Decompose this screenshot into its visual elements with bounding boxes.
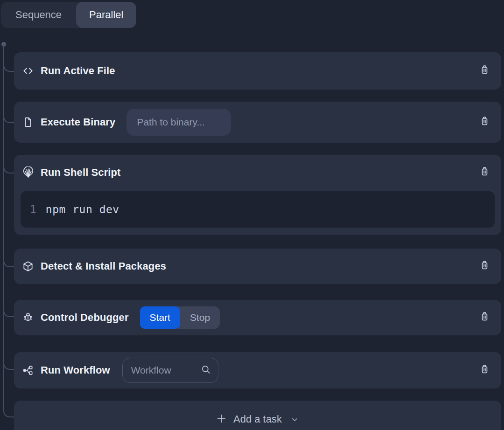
delete-task-button[interactable] (477, 164, 492, 181)
code-line-number: 1 (30, 203, 36, 215)
tree-connector (3, 61, 15, 72)
task-title: Run Shell Script (41, 166, 121, 179)
delete-task-button[interactable] (477, 62, 492, 79)
delete-task-button[interactable] (477, 258, 492, 275)
chevron-down-icon (290, 415, 299, 424)
debugger-start-stop-toggle: Start Stop (140, 306, 220, 329)
delete-task-button[interactable] (477, 114, 492, 131)
task-card-run-active-file: Run Active File (14, 52, 501, 90)
debugger-stop-button[interactable]: Stop (180, 306, 220, 329)
task-card-execute-binary: Execute Binary (14, 102, 501, 143)
task-title: Run Active File (41, 65, 115, 77)
tree-trunk-line (3, 44, 4, 406)
tree-connector (3, 162, 15, 173)
tree-connector (3, 112, 15, 123)
task-title: Run Workflow (41, 364, 110, 376)
delete-task-button[interactable] (477, 362, 492, 379)
trash-icon (478, 363, 491, 378)
task-title: Control Debugger (41, 312, 129, 324)
trash-icon (478, 63, 491, 78)
trash-icon (478, 310, 491, 325)
debugger-start-button[interactable]: Start (140, 306, 180, 329)
shell-icon (21, 166, 35, 179)
tree-connector (3, 306, 15, 317)
trash-icon (478, 115, 491, 130)
add-task-label: Add a task (233, 413, 282, 425)
shell-script-code-editor[interactable]: 1 npm run dev (21, 191, 495, 228)
task-card-detect-install-packages: Detect & Install Packages (14, 249, 501, 284)
delete-task-button[interactable] (477, 309, 492, 326)
task-title: Detect & Install Packages (41, 260, 166, 272)
workflow-search-input[interactable] (130, 364, 200, 376)
execution-mode-toggle: Sequence Parallel (1, 2, 136, 28)
file-icon (21, 116, 35, 129)
search-icon (200, 364, 211, 377)
tab-parallel[interactable]: Parallel (76, 2, 136, 28)
code-icon (21, 64, 35, 77)
binary-path-input[interactable] (126, 109, 231, 136)
task-title: Execute Binary (41, 116, 115, 128)
workflow-search-box (122, 358, 218, 383)
tree-connector (3, 359, 15, 370)
tree-connector (3, 406, 15, 417)
package-icon (21, 260, 35, 273)
trash-icon (478, 259, 491, 274)
add-task-button[interactable]: Add a task (14, 401, 501, 430)
tree-connector (3, 256, 15, 267)
code-line-text: npm run dev (46, 203, 119, 215)
bug-icon (21, 311, 35, 324)
plus-icon (216, 413, 227, 425)
task-card-header: Run Shell Script (14, 155, 501, 190)
trash-icon (478, 165, 491, 180)
task-card-run-workflow: Run Workflow (14, 352, 501, 388)
task-workflow-panel: Sequence Parallel Run Active File (0, 0, 504, 430)
task-card-run-shell-script: Run Shell Script 1 npm run dev (14, 155, 501, 235)
workflow-icon (21, 364, 35, 377)
task-list: Run Active File Execute (14, 52, 501, 430)
tab-sequence[interactable]: Sequence (1, 2, 76, 28)
task-card-control-debugger: Control Debugger Start Stop (14, 300, 501, 335)
